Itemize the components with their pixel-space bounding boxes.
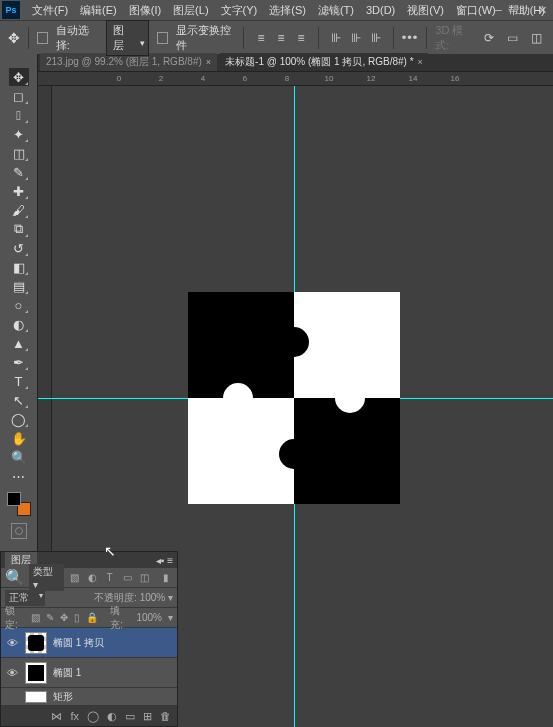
filter-search-icon[interactable]: 🔍 [5, 568, 25, 587]
close-tab-icon[interactable]: × [418, 57, 423, 67]
layers-panel: 图层 ◂▪ ≡ 🔍 类型 ▾ ▧ ◐ T ▭ ◫ ▮ 正常 不透明度: 100%… [0, 551, 178, 727]
menu-image[interactable]: 图像(I) [123, 1, 167, 20]
lasso-tool[interactable]: 𓍢 [9, 106, 29, 124]
show-transform-checkbox[interactable] [157, 32, 168, 44]
lock-artboard-icon[interactable]: ▯ [74, 612, 80, 623]
eraser-tool[interactable]: ◧ [9, 258, 29, 276]
stamp-tool[interactable]: ⧉ [9, 220, 29, 238]
fill-value[interactable]: 100% [136, 612, 162, 623]
menu-3d[interactable]: 3D(D) [360, 2, 401, 18]
filter-type-icon[interactable]: T [103, 571, 117, 585]
menu-filter[interactable]: 滤镜(T) [312, 1, 360, 20]
gradient-tool[interactable]: ▤ [9, 277, 29, 295]
layer-name[interactable]: 矩形 [53, 690, 73, 704]
layer-mask-icon[interactable]: ◯ [87, 710, 99, 723]
blend-mode-dropdown[interactable]: 正常 [5, 590, 45, 606]
layer-row[interactable]: 👁 椭圆 1 拷贝 [1, 628, 177, 658]
layer-thumbnail[interactable] [25, 662, 47, 684]
filter-kind-dropdown[interactable]: 类型 ▾ [29, 564, 64, 591]
quick-mask-toggle[interactable] [11, 523, 27, 539]
auto-select-target[interactable]: 图层 [106, 20, 150, 56]
more-options-icon[interactable]: ••• [402, 30, 419, 45]
layer-fx-icon[interactable]: fx [70, 710, 79, 722]
menu-type[interactable]: 文字(Y) [215, 1, 264, 20]
move-tool[interactable]: ✥ [9, 68, 29, 86]
hand-tool[interactable]: ✋ [9, 429, 29, 447]
app-logo: Ps [2, 1, 20, 19]
eyedropper-tool[interactable]: ✎ [9, 163, 29, 181]
layer-name[interactable]: 椭圆 1 [53, 666, 81, 680]
quadrant-bl [188, 398, 294, 504]
delete-layer-icon[interactable]: 🗑 [160, 710, 171, 722]
adjustment-layer-icon[interactable]: ◐ [107, 710, 117, 723]
distribute-mid-icon[interactable]: ⊪ [347, 29, 365, 47]
dodge-tool[interactable]: ◐ [9, 315, 29, 333]
layer-thumbnail[interactable] [25, 691, 47, 703]
close-tab-icon[interactable]: × [206, 57, 211, 67]
visibility-toggle[interactable]: 👁 [5, 667, 19, 679]
align-right-icon[interactable]: ≡ [292, 29, 310, 47]
shape-tool[interactable]: ◯ [9, 410, 29, 428]
marquee-tool[interactable]: ◻ [9, 87, 29, 105]
magic-wand-tool[interactable]: ✦ [9, 125, 29, 143]
lock-position-icon[interactable]: ✥ [60, 612, 68, 623]
filter-toggle[interactable]: ▮ [160, 571, 174, 585]
menu-edit[interactable]: 编辑(E) [74, 1, 123, 20]
fill-label: 填充: [110, 604, 130, 632]
zoom-tool[interactable]: 🔍 [9, 448, 29, 466]
filter-smart-icon[interactable]: ◫ [138, 571, 152, 585]
layer-row[interactable]: 矩形 [1, 688, 177, 706]
mode-3d-pan-icon[interactable]: ▭ [505, 29, 521, 47]
link-layers-icon[interactable]: ⋈ [51, 710, 62, 723]
ruler-horizontal: 0 2 4 6 8 10 12 14 16 [38, 72, 553, 86]
menu-select[interactable]: 选择(S) [263, 1, 312, 20]
pen-tool[interactable]: ▲ [9, 334, 29, 352]
lock-pixels-icon[interactable]: ✎ [46, 612, 54, 623]
align-left-icon[interactable]: ≡ [252, 29, 270, 47]
visibility-toggle[interactable]: 👁 [5, 637, 19, 649]
layers-panel-footer: ⋈ fx ◯ ◐ ▭ ⊞ 🗑 [1, 706, 177, 726]
blur-tool[interactable]: ○ [9, 296, 29, 314]
close-button[interactable]: ✕ [531, 0, 553, 20]
lock-all-icon[interactable]: 🔒 [86, 612, 98, 623]
document-tab-0[interactable]: 213.jpg @ 99.2% (图层 1, RGB/8#)× [40, 53, 217, 71]
path-tool[interactable]: ↖ [9, 391, 29, 409]
distribute-bot-icon[interactable]: ⊪ [367, 29, 385, 47]
move-tool-icon: ✥ [8, 30, 20, 46]
type-tool[interactable]: T [9, 372, 29, 390]
menu-file[interactable]: 文件(F) [26, 1, 74, 20]
filter-pixel-icon[interactable]: ▧ [68, 571, 82, 585]
brush-tool[interactable]: 🖌 [9, 201, 29, 219]
layer-thumbnail[interactable] [25, 632, 47, 654]
crop-tool[interactable]: ◫ [9, 144, 29, 162]
align-center-icon[interactable]: ≡ [272, 29, 290, 47]
layer-row[interactable]: 👁 椭圆 1 [1, 658, 177, 688]
new-layer-icon[interactable]: ⊞ [143, 710, 152, 723]
layer-name[interactable]: 椭圆 1 拷贝 [53, 636, 104, 650]
pen-free-tool[interactable]: ✒ [9, 353, 29, 371]
menu-layer[interactable]: 图层(L) [167, 1, 214, 20]
document-tab-1[interactable]: 未标题-1 @ 100% (椭圆 1 拷贝, RGB/8#) *× [219, 53, 429, 71]
edit-toolbar[interactable]: ⋯ [9, 467, 29, 485]
healing-tool[interactable]: ✚ [9, 182, 29, 200]
maximize-button[interactable]: □ [509, 0, 531, 20]
ruler-tick: 6 [224, 74, 266, 83]
minimize-button[interactable]: ─ [487, 0, 509, 20]
layer-filter-row: 🔍 类型 ▾ ▧ ◐ T ▭ ◫ ▮ [1, 568, 177, 588]
group-icon[interactable]: ▭ [125, 710, 135, 723]
opacity-value[interactable]: 100% [140, 592, 166, 603]
history-brush-tool[interactable]: ↺ [9, 239, 29, 257]
mode-3d-orbit-icon[interactable]: ⟳ [481, 29, 497, 47]
distribute-top-icon[interactable]: ⊪ [327, 29, 345, 47]
filter-shape-icon[interactable]: ▭ [120, 571, 134, 585]
menu-view[interactable]: 视图(V) [401, 1, 450, 20]
doc-tab-1-label: 未标题-1 @ 100% (椭圆 1 拷贝, RGB/8#) * [225, 56, 414, 67]
foreground-color-swatch[interactable] [7, 492, 21, 506]
ruler-tick: 14 [392, 74, 434, 83]
color-swatches[interactable] [7, 492, 31, 516]
filter-adjust-icon[interactable]: ◐ [85, 571, 99, 585]
panel-menu-icon[interactable]: ◂▪ ≡ [156, 555, 173, 566]
lock-transparency-icon[interactable]: ▧ [31, 612, 40, 623]
auto-select-checkbox[interactable] [37, 32, 48, 44]
mode-3d-slide-icon[interactable]: ◫ [529, 29, 545, 47]
